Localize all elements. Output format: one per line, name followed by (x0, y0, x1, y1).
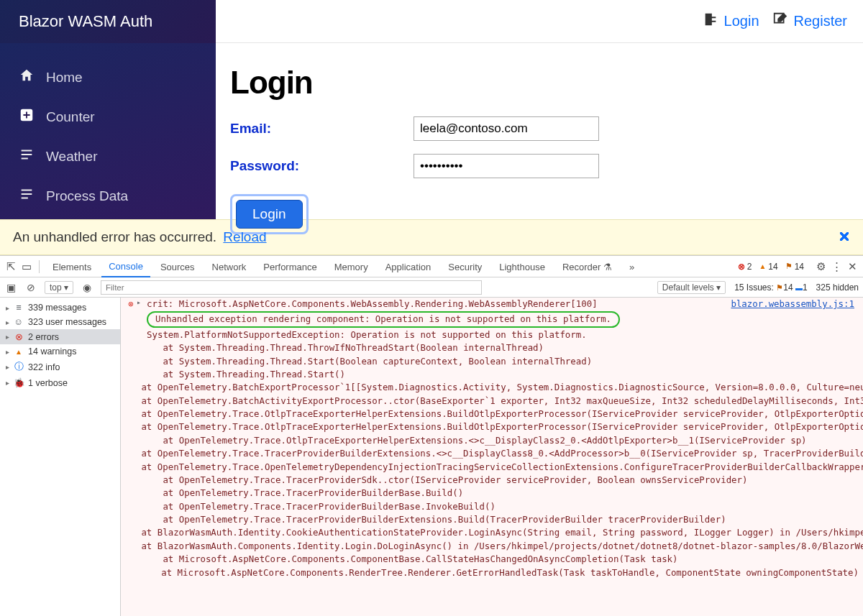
inspect-icon[interactable]: ⇱ (4, 260, 17, 273)
brand[interactable]: Blazor WASM Auth (0, 0, 216, 43)
sidebar-toggle-icon[interactable]: ▣ (4, 282, 17, 293)
console-line: at System.Threading.Thread.ThrowIfNoThre… (147, 342, 859, 354)
console-line: at Microsoft.AspNetCore.Components.Compo… (147, 553, 859, 565)
console-line: System.PlatformNotSupportedException: Op… (147, 329, 859, 341)
app-shell: Blazor WASM Auth Login Register Home (0, 0, 863, 219)
sidebar-info[interactable]: 322 info (0, 359, 120, 375)
console-line: at BlazorWasmAuth.Components.Identity.Lo… (125, 541, 863, 552)
kebab-icon[interactable]: ⋮ (830, 260, 843, 273)
log-levels[interactable]: Default levels ▾ (657, 281, 726, 294)
sidebar-messages[interactable]: ≡339 messages (0, 300, 120, 315)
sidebar-item-label: Weather (46, 149, 97, 165)
sidebar-item-weather[interactable]: Weather (0, 137, 216, 176)
sidebar-user-messages[interactable]: ☺323 user messages (0, 315, 120, 329)
console-line: at BlazorWasmAuth.Identity.CookieAuthent… (125, 527, 863, 538)
tab-elements[interactable]: Elements (45, 257, 99, 277)
sidebar-item-label: Process Data (46, 188, 128, 204)
home-icon (19, 68, 35, 87)
console-line: at OpenTelemetry.BatchActivityExportProc… (125, 395, 863, 407)
list-icon (19, 186, 35, 206)
email-field[interactable] (414, 116, 599, 141)
console-line: at OpenTelemetry.Trace.OtlpTraceExporter… (125, 408, 863, 420)
tab-sources[interactable]: Sources (153, 257, 202, 277)
issues-summary[interactable]: 15 Issues: 14 1 (734, 282, 807, 293)
console-line: at OpenTelemetry.Trace.TracerProviderBui… (125, 448, 863, 459)
console-line: at OpenTelemetry.Trace.TracerProviderSdk… (147, 474, 859, 486)
flag-icon (776, 282, 783, 293)
console-line: at OpenTelemetry.Trace.TracerProviderBui… (147, 487, 859, 499)
page-title: Login (230, 65, 849, 101)
tabs-overflow[interactable]: » (622, 257, 641, 277)
login-link[interactable]: Login (703, 12, 759, 31)
console-output[interactable]: ⊗ ▸ crit: Microsoft.AspNetCore.Component… (121, 298, 863, 616)
password-label: Password: (230, 158, 414, 174)
error-icon: ⊗ (125, 298, 137, 310)
register-link[interactable]: Register (772, 12, 847, 31)
settings-icon[interactable]: ⚙ (814, 260, 827, 273)
main: Login Email: Password: Login (216, 43, 863, 219)
status-flags[interactable]: 14 (785, 262, 804, 272)
console-line: at System.Threading.Thread.Start(Boolean… (147, 356, 859, 367)
sidebar-warnings[interactable]: ▲14 warnings (0, 344, 120, 359)
divider (39, 260, 40, 273)
sidebar-errors[interactable]: ⊗2 errors (0, 329, 120, 344)
console-line: at System.Threading.Thread.Start() (147, 369, 859, 380)
door-icon (703, 12, 718, 31)
list-icon (19, 147, 35, 166)
sidebar-item-label: Counter (46, 109, 95, 125)
console-line: at OpenTelemetry.Trace.TracerProviderBui… (147, 501, 859, 512)
top-links: Login Register (703, 12, 863, 31)
sidebar-item-home[interactable]: Home (0, 58, 216, 97)
dismiss-error-icon[interactable]: 🗙 (839, 231, 850, 244)
error-icon (738, 262, 745, 272)
sidebar-verbose[interactable]: 🐞1 verbose (0, 375, 120, 390)
warn-icon (759, 262, 766, 270)
tab-performance[interactable]: Performance (256, 257, 324, 277)
email-label: Email: (230, 121, 414, 137)
devtools-tabs: ⇱ ▭ Elements Console Sources Network Per… (0, 256, 863, 277)
sidebar-item-label: Home (46, 70, 83, 86)
register-link-label: Register (794, 13, 847, 29)
console-filter-input[interactable] (101, 280, 482, 295)
plus-icon (19, 107, 35, 127)
sidebar: Home Counter Weather Process Data (0, 43, 216, 219)
sidebar-item-counter[interactable]: Counter (0, 97, 216, 137)
devtools-status: 2 14 14 (738, 262, 804, 272)
live-expr-icon[interactable]: ◉ (81, 282, 93, 293)
tab-memory[interactable]: Memory (327, 257, 375, 277)
login-form: Email: Password: Login (230, 116, 849, 234)
source-link[interactable]: blazor.webassembly.js:1 (731, 298, 854, 309)
info-icon (14, 361, 24, 373)
console-line: at OpenTelemetry.BatchExportProcessor`1[… (125, 382, 863, 393)
console-line: at OpenTelemetry.Trace.OtlpTraceExporter… (125, 421, 863, 433)
close-devtools-icon[interactable]: ✕ (846, 260, 859, 273)
error-icon: ⊗ (14, 331, 24, 342)
tab-console[interactable]: Console (101, 256, 150, 277)
user-icon: ☺ (14, 317, 24, 327)
expand-icon[interactable]: ▸ (137, 298, 147, 310)
tab-recorder[interactable]: Recorder ⚗ (555, 257, 619, 277)
app-body: Home Counter Weather Process Data Login … (0, 43, 863, 219)
status-errors[interactable]: 2 (738, 262, 752, 272)
tab-lighthouse[interactable]: Lighthouse (492, 257, 552, 277)
reload-link[interactable]: Reload (223, 229, 266, 245)
bug-icon: 🐞 (14, 377, 24, 388)
tab-security[interactable]: Security (441, 257, 489, 277)
context-selector[interactable]: top ▾ (45, 281, 73, 294)
password-field[interactable] (414, 154, 599, 178)
console-line: at Microsoft.AspNetCore.Components.Rende… (145, 567, 859, 579)
device-toggle-icon[interactable]: ▭ (20, 260, 33, 273)
status-warnings[interactable]: 14 (759, 262, 777, 272)
console-sidebar: ≡339 messages ☺323 user messages ⊗2 erro… (0, 298, 121, 616)
tab-network[interactable]: Network (205, 257, 254, 277)
tab-application[interactable]: Application (378, 257, 439, 277)
console-line: at OpenTelemetry.Trace.TracerProviderBui… (147, 514, 859, 525)
hidden-count[interactable]: 325 hidden (816, 282, 859, 293)
error-text: An unhandled error has occurred. (13, 229, 216, 245)
login-button[interactable]: Login (236, 200, 303, 229)
topbar: Blazor WASM Auth Login Register (0, 0, 863, 43)
clear-console-icon[interactable]: ⊘ (24, 282, 37, 293)
flag-icon (785, 262, 793, 271)
warn-icon: ▲ (14, 348, 24, 356)
sidebar-item-process-data[interactable]: Process Data (0, 176, 216, 216)
